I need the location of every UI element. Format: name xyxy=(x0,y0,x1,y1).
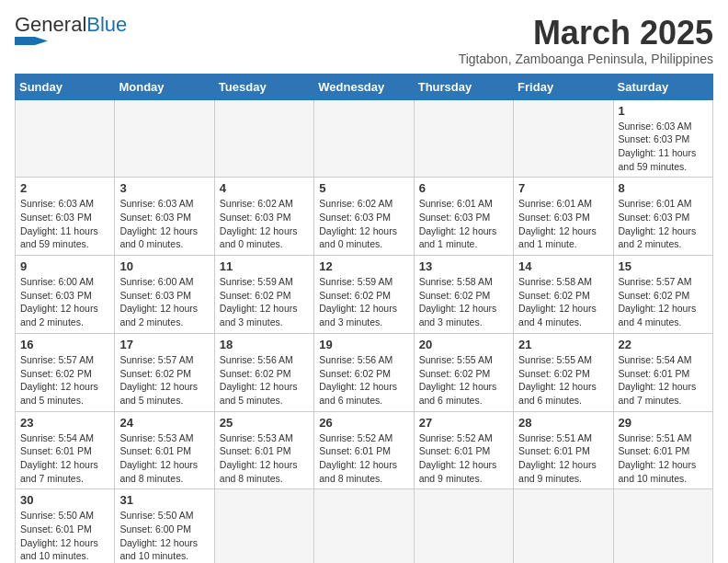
calendar-cell xyxy=(514,489,613,563)
logo-icon xyxy=(15,37,48,50)
calendar-cell xyxy=(314,99,414,178)
day-number: 19 xyxy=(319,338,408,351)
weekday-header-row: SundayMondayTuesdayWednesdayThursdayFrid… xyxy=(16,74,713,99)
day-number: 11 xyxy=(220,259,309,273)
week-row-1: 1Sunrise: 6:03 AMSunset: 6:03 PMDaylight… xyxy=(16,99,713,178)
calendar-cell: 9Sunrise: 6:00 AMSunset: 6:03 PMDaylight… xyxy=(16,256,115,334)
day-number: 24 xyxy=(119,416,209,430)
day-info: Sunrise: 6:00 AMSunset: 6:03 PMDaylight:… xyxy=(20,275,109,329)
day-number: 27 xyxy=(419,416,508,430)
logo-blue: Blue xyxy=(86,13,127,36)
day-info: Sunrise: 6:00 AMSunset: 6:03 PMDaylight:… xyxy=(119,275,209,329)
day-number: 3 xyxy=(119,181,209,195)
day-info: Sunrise: 5:57 AMSunset: 6:02 PMDaylight:… xyxy=(619,275,708,329)
day-info: Sunrise: 5:53 AMSunset: 6:01 PMDaylight:… xyxy=(119,431,209,486)
calendar-cell xyxy=(414,489,513,563)
calendar-cell: 4Sunrise: 6:02 AMSunset: 6:03 PMDaylight… xyxy=(214,178,313,256)
calendar-cell: 11Sunrise: 5:59 AMSunset: 6:02 PMDayligh… xyxy=(214,256,313,334)
day-info: Sunrise: 5:51 AMSunset: 6:01 PMDaylight:… xyxy=(518,431,608,486)
svg-marker-1 xyxy=(35,37,48,45)
weekday-header-friday: Friday xyxy=(514,74,613,99)
calendar-cell xyxy=(214,99,313,178)
calendar-cell: 20Sunrise: 5:55 AMSunset: 6:02 PMDayligh… xyxy=(414,333,513,411)
day-info: Sunrise: 5:57 AMSunset: 6:02 PMDaylight:… xyxy=(119,353,209,408)
day-number: 12 xyxy=(319,259,408,273)
calendar-cell: 25Sunrise: 5:53 AMSunset: 6:01 PMDayligh… xyxy=(214,411,313,489)
day-number: 13 xyxy=(419,259,508,273)
day-number: 28 xyxy=(518,416,608,430)
day-info: Sunrise: 6:03 AMSunset: 6:03 PMDaylight:… xyxy=(20,197,109,251)
weekday-header-sunday: Sunday xyxy=(16,74,115,99)
day-info: Sunrise: 6:02 AMSunset: 6:03 PMDaylight:… xyxy=(220,197,309,251)
calendar-cell xyxy=(214,489,313,563)
calendar-cell: 17Sunrise: 5:57 AMSunset: 6:02 PMDayligh… xyxy=(115,333,214,411)
logo-text: GeneralBlue xyxy=(15,15,127,35)
calendar-cell: 14Sunrise: 5:58 AMSunset: 6:02 PMDayligh… xyxy=(514,256,613,334)
day-info: Sunrise: 6:01 AMSunset: 6:03 PMDaylight:… xyxy=(518,197,608,251)
calendar-cell: 23Sunrise: 5:54 AMSunset: 6:01 PMDayligh… xyxy=(16,411,115,489)
calendar-cell: 15Sunrise: 5:57 AMSunset: 6:02 PMDayligh… xyxy=(613,256,712,334)
day-info: Sunrise: 6:01 AMSunset: 6:03 PMDaylight:… xyxy=(419,197,508,251)
calendar-cell: 18Sunrise: 5:56 AMSunset: 6:02 PMDayligh… xyxy=(214,333,313,411)
calendar-cell: 2Sunrise: 6:03 AMSunset: 6:03 PMDaylight… xyxy=(16,178,115,256)
calendar: SundayMondayTuesdayWednesdayThursdayFrid… xyxy=(15,74,713,563)
calendar-cell: 21Sunrise: 5:55 AMSunset: 6:02 PMDayligh… xyxy=(514,333,613,411)
day-info: Sunrise: 5:55 AMSunset: 6:02 PMDaylight:… xyxy=(518,353,608,408)
calendar-cell xyxy=(314,489,414,563)
calendar-cell: 13Sunrise: 5:58 AMSunset: 6:02 PMDayligh… xyxy=(414,256,513,334)
week-row-5: 23Sunrise: 5:54 AMSunset: 6:01 PMDayligh… xyxy=(16,411,713,489)
day-number: 1 xyxy=(619,104,708,118)
day-info: Sunrise: 5:54 AMSunset: 6:01 PMDaylight:… xyxy=(619,353,708,408)
calendar-cell: 27Sunrise: 5:52 AMSunset: 6:01 PMDayligh… xyxy=(414,411,513,489)
calendar-cell: 29Sunrise: 5:51 AMSunset: 6:01 PMDayligh… xyxy=(613,411,712,489)
day-number: 7 xyxy=(518,181,608,195)
weekday-header-wednesday: Wednesday xyxy=(314,74,414,99)
weekday-header-saturday: Saturday xyxy=(613,74,712,99)
day-number: 10 xyxy=(119,259,209,273)
day-info: Sunrise: 5:52 AMSunset: 6:01 PMDaylight:… xyxy=(419,431,508,486)
weekday-header-monday: Monday xyxy=(115,74,214,99)
title-area: March 2025 Tigtabon, Zamboanga Peninsula… xyxy=(459,15,713,66)
calendar-cell: 22Sunrise: 5:54 AMSunset: 6:01 PMDayligh… xyxy=(613,333,712,411)
day-number: 31 xyxy=(119,493,209,507)
day-number: 9 xyxy=(20,259,109,273)
calendar-cell: 26Sunrise: 5:52 AMSunset: 6:01 PMDayligh… xyxy=(314,411,414,489)
day-info: Sunrise: 5:59 AMSunset: 6:02 PMDaylight:… xyxy=(220,275,309,329)
day-number: 20 xyxy=(419,338,508,351)
calendar-cell: 1Sunrise: 6:03 AMSunset: 6:03 PMDaylight… xyxy=(613,99,712,178)
day-number: 15 xyxy=(619,259,708,273)
day-info: Sunrise: 6:02 AMSunset: 6:03 PMDaylight:… xyxy=(319,197,408,251)
day-info: Sunrise: 5:58 AMSunset: 6:02 PMDaylight:… xyxy=(419,275,508,329)
calendar-cell xyxy=(514,99,613,178)
day-info: Sunrise: 5:52 AMSunset: 6:01 PMDaylight:… xyxy=(319,431,408,486)
calendar-cell: 7Sunrise: 6:01 AMSunset: 6:03 PMDaylight… xyxy=(514,178,613,256)
day-info: Sunrise: 5:51 AMSunset: 6:01 PMDaylight:… xyxy=(619,431,708,486)
day-info: Sunrise: 5:50 AMSunset: 6:00 PMDaylight:… xyxy=(119,509,209,563)
calendar-cell: 3Sunrise: 6:03 AMSunset: 6:03 PMDaylight… xyxy=(115,178,214,256)
day-number: 25 xyxy=(220,416,309,430)
day-info: Sunrise: 5:59 AMSunset: 6:02 PMDaylight:… xyxy=(319,275,408,329)
day-number: 16 xyxy=(20,338,109,351)
calendar-cell xyxy=(613,489,712,563)
calendar-cell: 24Sunrise: 5:53 AMSunset: 6:01 PMDayligh… xyxy=(115,411,214,489)
day-info: Sunrise: 5:55 AMSunset: 6:02 PMDaylight:… xyxy=(419,353,508,408)
day-number: 2 xyxy=(20,181,109,195)
logo-general: General xyxy=(15,13,86,36)
month-title: March 2025 xyxy=(459,15,713,52)
day-number: 17 xyxy=(119,338,209,351)
day-info: Sunrise: 5:56 AMSunset: 6:02 PMDaylight:… xyxy=(319,353,408,408)
day-number: 6 xyxy=(419,181,508,195)
week-row-2: 2Sunrise: 6:03 AMSunset: 6:03 PMDaylight… xyxy=(16,178,713,256)
calendar-cell xyxy=(115,99,214,178)
day-number: 22 xyxy=(619,338,708,351)
calendar-cell: 12Sunrise: 5:59 AMSunset: 6:02 PMDayligh… xyxy=(314,256,414,334)
day-number: 29 xyxy=(619,416,708,430)
day-info: Sunrise: 5:54 AMSunset: 6:01 PMDaylight:… xyxy=(20,431,109,486)
week-row-3: 9Sunrise: 6:00 AMSunset: 6:03 PMDaylight… xyxy=(16,256,713,334)
weekday-header-thursday: Thursday xyxy=(414,74,513,99)
calendar-cell: 10Sunrise: 6:00 AMSunset: 6:03 PMDayligh… xyxy=(115,256,214,334)
day-number: 14 xyxy=(518,259,608,273)
day-number: 21 xyxy=(518,338,608,351)
subtitle: Tigtabon, Zamboanga Peninsula, Philippin… xyxy=(459,52,713,66)
calendar-cell: 30Sunrise: 5:50 AMSunset: 6:01 PMDayligh… xyxy=(16,489,115,563)
